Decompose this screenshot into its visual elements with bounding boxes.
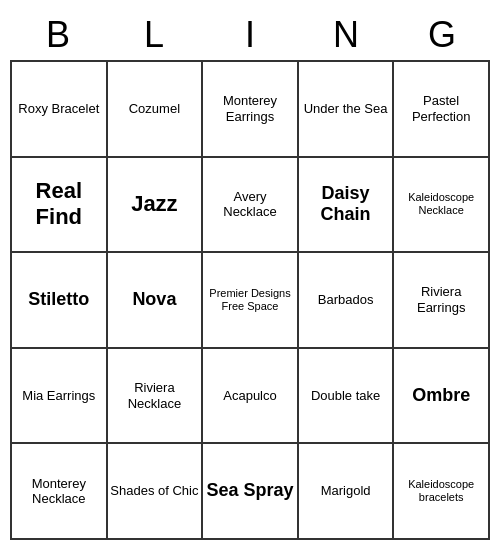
cell-13: Barbados <box>298 252 394 348</box>
cell-15: Mia Earrings <box>11 348 107 444</box>
letter-i: I <box>206 14 294 56</box>
letter-l: L <box>110 14 198 56</box>
cell-16: Riviera Necklace <box>107 348 203 444</box>
cell-20: Monterey Necklace <box>11 443 107 539</box>
cell-5: Real Find <box>11 157 107 253</box>
bingo-grid: Roxy BraceletCozumelMonterey EarringsUnd… <box>10 60 490 540</box>
cell-10: Stiletto <box>11 252 107 348</box>
letter-n: N <box>302 14 390 56</box>
cell-4: Pastel Perfection <box>393 61 489 157</box>
cell-18: Double take <box>298 348 394 444</box>
cell-7: Avery Necklace <box>202 157 298 253</box>
cell-6: Jazz <box>107 157 203 253</box>
cell-23: Marigold <box>298 443 394 539</box>
cell-9: Kaleidoscope Necklace <box>393 157 489 253</box>
cell-24: Kaleidoscope bracelets <box>393 443 489 539</box>
cell-2: Monterey Earrings <box>202 61 298 157</box>
cell-22: Sea Spray <box>202 443 298 539</box>
cell-1: Cozumel <box>107 61 203 157</box>
cell-3: Under the Sea <box>298 61 394 157</box>
letter-g: G <box>398 14 486 56</box>
cell-0: Roxy Bracelet <box>11 61 107 157</box>
cell-14: Riviera Earrings <box>393 252 489 348</box>
cell-21: Shades of Chic <box>107 443 203 539</box>
letter-row: B L I N G <box>10 14 490 56</box>
cell-8: Daisy Chain <box>298 157 394 253</box>
cell-17: Acapulco <box>202 348 298 444</box>
letter-b: B <box>14 14 102 56</box>
cell-11: Nova <box>107 252 203 348</box>
cell-12: Premier Designs Free Space <box>202 252 298 348</box>
cell-19: Ombre <box>393 348 489 444</box>
